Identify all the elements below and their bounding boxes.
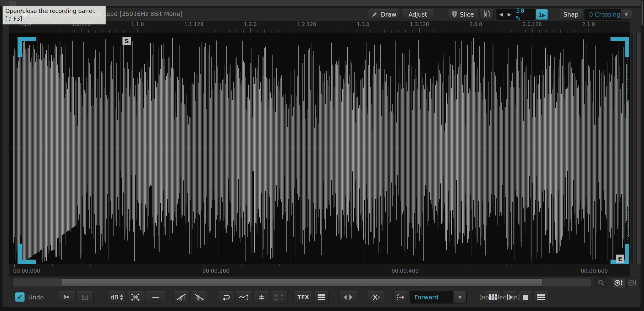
adjust-label: Adjust (408, 11, 427, 18)
resample-button[interactable] (271, 291, 288, 303)
beat-ruler-label: 1.2.128 (297, 21, 316, 27)
smooth-button[interactable] (339, 291, 358, 303)
waveform-icon (343, 293, 354, 301)
vertical-zoom-in-button[interactable] (613, 277, 626, 288)
menu-bars-icon (318, 294, 325, 300)
zoom-in-icon (614, 279, 624, 286)
play-once-icon: 1▶ (538, 11, 545, 18)
ruler-tick (90, 264, 91, 266)
snap-mode-dropdown[interactable]: 0 Crossing ▼ (584, 9, 632, 20)
ruler-tick (242, 264, 242, 266)
snap-label: Snap (564, 11, 579, 18)
scissors-icon: ✂ (63, 293, 70, 302)
resample-icon (274, 293, 284, 301)
stop-icon (522, 294, 528, 300)
track-fx-button[interactable]: TFX (293, 291, 313, 303)
beat-ruler-label: 2.0.0 (470, 21, 482, 27)
stop-button[interactable] (518, 291, 532, 303)
crossfade-button[interactable] (366, 291, 384, 303)
line-icon: — (152, 293, 159, 302)
ruler-tick (506, 264, 506, 266)
scrollbar-thumb[interactable] (62, 278, 543, 287)
fit-amplitude-button[interactable] (127, 291, 144, 303)
ruler-tick (469, 264, 469, 266)
play-once-button[interactable]: 1▶ (536, 9, 548, 20)
zoom-selection-button[interactable] (594, 277, 608, 288)
loop-mode-value: Forward (410, 294, 453, 301)
time-ruler-label: 00.00.200 (202, 268, 230, 274)
draw-label: Draw (381, 11, 397, 18)
expand-waveform-icon (131, 293, 141, 302)
loop-release-button[interactable] (393, 291, 408, 303)
snap-mode-value: 0 Crossing (585, 11, 621, 18)
step-right-button[interactable]: ▶ (505, 12, 514, 17)
selection-status: (no selection) (479, 294, 520, 301)
crossfade-icon (370, 293, 380, 301)
loop-end-marker[interactable]: E (616, 255, 624, 263)
loop-start-marker[interactable]: S (122, 37, 131, 45)
volume-button[interactable]: dB (108, 291, 126, 303)
ruler-tick (317, 264, 317, 266)
undo-label: Undo (28, 294, 44, 301)
ruler-tick (52, 264, 53, 266)
reverse-button[interactable] (218, 291, 234, 303)
edit-toolbar: ✔ Undo ✂ dB (3, 290, 641, 306)
scroll-row (3, 277, 641, 289)
slice-markers-button[interactable] (479, 9, 494, 20)
tooltip-text: Open/close the recording panel. (5, 7, 103, 15)
ruler-tick (279, 264, 280, 266)
undo-checkbox[interactable]: ✔ (15, 292, 25, 302)
loop-mode-dropdown[interactable]: Forward ▼ (410, 291, 467, 303)
invert-phase-button[interactable] (236, 291, 252, 303)
tooltip: Open/close the recording panel. [⇧ F3] (3, 6, 106, 24)
db-label: dB (111, 294, 118, 301)
tooltip-shortcut: [⇧ F3] (5, 15, 103, 23)
check-icon: ✔ (17, 293, 23, 301)
ruler-tick (544, 264, 544, 266)
waveform-graphic (10, 33, 631, 264)
slice-label: Slice (460, 11, 474, 18)
selection-bracket-bottom-right-arm[interactable] (625, 244, 629, 264)
top-tab (9, 1, 16, 6)
time-ruler-label: 00.00.600 (581, 268, 608, 274)
tfx-label: TFX (298, 294, 309, 300)
swap-sign-button[interactable]: ± — (254, 291, 269, 303)
dc-offset-button[interactable]: — (145, 291, 166, 303)
crop-button[interactable] (76, 291, 94, 303)
zoom-out-icon (628, 279, 638, 286)
zoom-step-value: 50 % (514, 7, 534, 22)
cut-button[interactable]: ✂ (58, 291, 75, 303)
adjust-button[interactable]: Adjust (401, 9, 434, 20)
selection-bracket-top-left-arm[interactable] (18, 37, 22, 57)
pencil-icon (371, 11, 378, 18)
fade-in-button[interactable] (173, 291, 190, 303)
draw-button[interactable]: Draw (368, 9, 399, 20)
zigzag-updown-icon (239, 293, 249, 301)
time-ruler-label: 00.00.400 (392, 268, 419, 274)
minus-underline: — (259, 297, 264, 300)
chevron-down-icon: ▼ (453, 291, 466, 303)
ruler-tick (128, 264, 128, 266)
vertical-zoom-out-button[interactable] (626, 277, 640, 288)
fx-list-button[interactable] (314, 291, 329, 303)
chevron-down-icon: ▼ (621, 9, 632, 19)
ruler-tick (204, 264, 204, 268)
up-down-arrows-icon (120, 294, 123, 300)
step-left-button[interactable]: ◀ (497, 12, 505, 17)
slice-markers-icon (482, 11, 491, 18)
options-button[interactable] (534, 291, 548, 303)
beat-ruler-label: 1.1.128 (184, 21, 203, 27)
fade-out-button[interactable] (191, 291, 207, 303)
time-ruler: 00.00.00000.00.20000.00.40000.00.600 (9, 264, 630, 277)
waveform-canvas[interactable]: S E (9, 33, 630, 264)
beat-ruler-label: 2.0.128 (522, 21, 542, 27)
slice-button[interactable]: Slice (448, 9, 478, 20)
selection-bracket-top-right-arm[interactable] (625, 37, 629, 57)
beat-ruler-label: 1.3.128 (410, 21, 429, 27)
slice-shield-icon (452, 11, 457, 18)
snap-button[interactable]: Snap (559, 9, 583, 20)
ruler-tick (166, 264, 166, 266)
beat-ruler-label: 1.2.0 (244, 21, 257, 27)
selection-bracket-bottom-left-arm[interactable] (18, 244, 22, 264)
horizontal-scrollbar[interactable] (12, 278, 591, 287)
